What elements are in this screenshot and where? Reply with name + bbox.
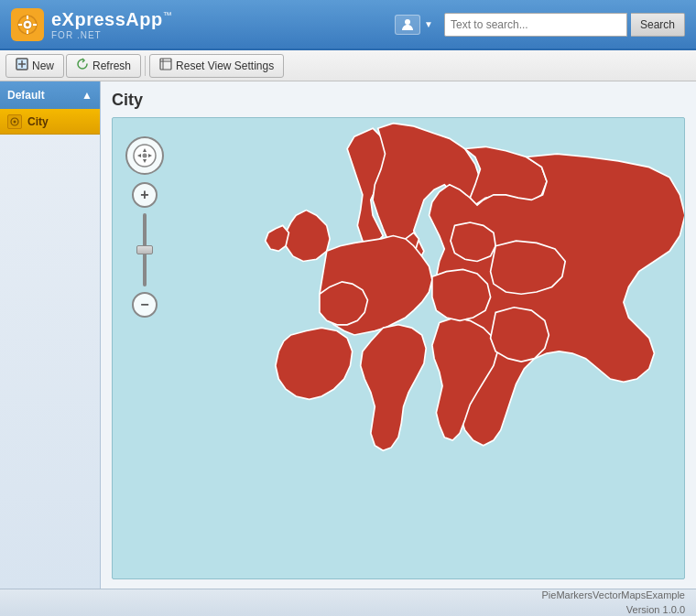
app-header: eXpressApp™ FOR .NET ▼ Search: [0, 0, 696, 50]
sidebar-collapse-icon: ▲: [82, 89, 92, 102]
sidebar-item-label: City: [27, 115, 49, 128]
map-controls: + −: [125, 136, 164, 318]
sidebar-item-icon: [7, 114, 22, 129]
new-label: New: [32, 59, 54, 72]
main-layout: Default ▲ City City: [0, 81, 696, 589]
refresh-label: Refresh: [92, 59, 131, 72]
app-logo-icon: [11, 8, 44, 41]
footer: PieMarkersVectorMapsExample Version 1.0.…: [0, 589, 696, 616]
app-subtitle: FOR .NET: [51, 30, 172, 40]
pan-control[interactable]: [125, 136, 164, 175]
svg-point-7: [405, 19, 410, 25]
svg-point-15: [14, 120, 16, 123]
app-logo: eXpressApp™ FOR .NET: [11, 8, 172, 41]
search-area: ▼ Search: [395, 13, 685, 37]
zoom-slider-track[interactable]: [143, 213, 147, 286]
reset-label: Reset View Settings: [176, 59, 274, 72]
user-icon-button[interactable]: [395, 15, 420, 35]
reset-icon: [159, 58, 172, 73]
search-button[interactable]: Search: [631, 13, 685, 37]
svg-point-17: [143, 154, 147, 158]
user-dropdown-arrow[interactable]: ▼: [424, 19, 433, 29]
sidebar: Default ▲ City: [0, 81, 101, 589]
page-title: City: [112, 91, 685, 110]
footer-text: PieMarkersVectorMapsExample Version 1.0.…: [541, 589, 685, 616]
zoom-in-button[interactable]: +: [132, 182, 158, 208]
sidebar-header[interactable]: Default ▲: [0, 81, 100, 109]
zoom-out-button[interactable]: −: [132, 292, 158, 318]
footer-line2: Version 1.0.0: [541, 603, 685, 617]
user-icon-area[interactable]: ▼: [395, 15, 433, 35]
svg-point-2: [26, 23, 29, 27]
zoom-track: + −: [132, 182, 158, 318]
sidebar-header-label: Default: [7, 89, 45, 102]
map-container[interactable]: + −: [112, 117, 685, 579]
content-area: City: [101, 81, 696, 589]
footer-line1: PieMarkersVectorMapsExample: [541, 589, 685, 602]
sidebar-item-city[interactable]: City: [0, 109, 100, 135]
new-button[interactable]: New: [5, 54, 64, 78]
toolbar: New Refresh Reset View Settings: [0, 50, 696, 81]
toolbar-separator: [145, 56, 146, 76]
refresh-button[interactable]: Refresh: [66, 54, 141, 78]
refresh-icon: [76, 58, 89, 73]
zoom-slider-thumb[interactable]: [136, 245, 153, 254]
reset-view-button[interactable]: Reset View Settings: [149, 54, 284, 78]
app-title: eXpressApp™: [51, 9, 172, 30]
new-icon: [16, 58, 28, 73]
svg-rect-11: [160, 59, 171, 70]
search-input[interactable]: [444, 13, 627, 37]
map-svg: [113, 118, 684, 578]
